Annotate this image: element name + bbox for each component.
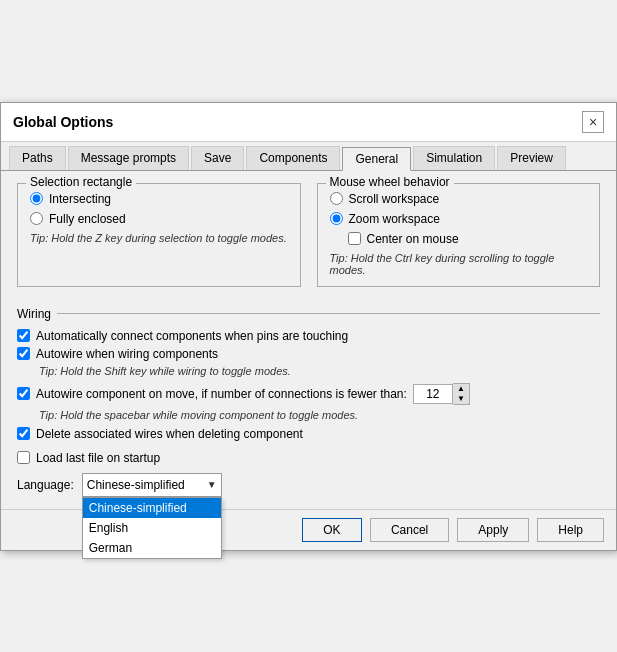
language-dropdown-container: Chinese-simplified ▼ Chinese-simplified … [82,473,222,497]
scroll-workspace-label: Scroll workspace [349,192,440,206]
dropdown-arrow-icon: ▼ [207,479,217,490]
tab-general[interactable]: General [342,147,411,171]
language-dropdown[interactable]: Chinese-simplified ▼ [82,473,222,497]
title-bar: Global Options × [1,103,616,142]
zoom-workspace-radio[interactable] [330,212,343,225]
scroll-workspace-option[interactable]: Scroll workspace [330,192,588,206]
tabs-bar: Paths Message prompts Save Components Ge… [1,142,616,171]
zoom-workspace-label: Zoom workspace [349,212,440,226]
intersecting-option[interactable]: Intersecting [30,192,288,206]
autowire-label: Autowire when wiring components [36,347,218,361]
autowire-move-label: Autowire component on move, if number of… [36,387,407,401]
dialog-title: Global Options [13,114,113,130]
close-button[interactable]: × [582,111,604,133]
center-on-mouse-checkbox[interactable] [348,232,361,245]
tab-save[interactable]: Save [191,146,244,170]
tab-simulation[interactable]: Simulation [413,146,495,170]
autowire-spinbox: 12 ▲ ▼ [413,383,470,405]
tab-message-prompts[interactable]: Message prompts [68,146,189,170]
autowire-value-input[interactable]: 12 [413,384,453,404]
mouse-wheel-label: Mouse wheel behavior [326,175,454,189]
autowire-move-checkbox[interactable] [17,387,30,400]
delete-wires-checkbox[interactable] [17,427,30,440]
language-option-german[interactable]: German [83,538,221,558]
load-last-file-checkbox[interactable] [17,451,30,464]
language-label: Language: [17,478,74,492]
spinbox-down-button[interactable]: ▼ [453,394,469,404]
mouse-wheel-tip: Tip: Hold the Ctrl key during scrolling … [330,252,588,276]
fully-enclosed-radio[interactable] [30,212,43,225]
selection-rectangle-label: Selection rectangle [26,175,136,189]
top-row: Selection rectangle Intersecting Fully e… [17,183,600,299]
center-on-mouse-label: Center on mouse [367,232,459,246]
intersecting-label: Intersecting [49,192,111,206]
language-option-english[interactable]: English [83,518,221,538]
zoom-workspace-option[interactable]: Zoom workspace [330,212,588,226]
autowire-tip: Tip: Hold the Shift key while wiring to … [39,365,600,377]
selection-tip: Tip: Hold the Z key during selection to … [30,232,288,244]
auto-connect-checkbox[interactable] [17,329,30,342]
mouse-wheel-group: Mouse wheel behavior Scroll workspace Zo… [317,183,601,287]
apply-button[interactable]: Apply [457,518,529,542]
delete-wires-option[interactable]: Delete associated wires when deleting co… [17,427,600,441]
language-option-chinese[interactable]: Chinese-simplified [83,498,221,518]
fully-enclosed-option[interactable]: Fully enclosed [30,212,288,226]
language-selected-value: Chinese-simplified [87,478,185,492]
center-on-mouse-option[interactable]: Center on mouse [348,232,588,246]
spinbox-buttons: ▲ ▼ [453,383,470,405]
autowire-move-tip: Tip: Hold the spacebar while moving comp… [39,409,600,421]
load-last-file-label: Load last file on startup [36,451,160,465]
help-button[interactable]: Help [537,518,604,542]
ok-button[interactable]: OK [302,518,362,542]
autowire-move-row: Autowire component on move, if number of… [17,383,600,405]
tab-preview[interactable]: Preview [497,146,566,170]
autowire-checkbox[interactable] [17,347,30,360]
selection-rectangle-group: Selection rectangle Intersecting Fully e… [17,183,301,287]
extra-section: Load last file on startup [17,451,600,465]
load-last-file-option[interactable]: Load last file on startup [17,451,600,465]
fully-enclosed-label: Fully enclosed [49,212,126,226]
language-row: Language: Chinese-simplified ▼ Chinese-s… [17,473,600,497]
cancel-button[interactable]: Cancel [370,518,449,542]
scroll-workspace-radio[interactable] [330,192,343,205]
spinbox-up-button[interactable]: ▲ [453,384,469,394]
tab-paths[interactable]: Paths [9,146,66,170]
tab-components[interactable]: Components [246,146,340,170]
intersecting-radio[interactable] [30,192,43,205]
wiring-label: Wiring [17,307,600,321]
dialog: Global Options × Paths Message prompts S… [0,102,617,551]
autowire-option[interactable]: Autowire when wiring components [17,347,600,361]
auto-connect-option[interactable]: Automatically connect components when pi… [17,329,600,343]
delete-wires-label: Delete associated wires when deleting co… [36,427,303,441]
wiring-section: Wiring Automatically connect components … [17,307,600,441]
auto-connect-label: Automatically connect components when pi… [36,329,348,343]
language-dropdown-list: Chinese-simplified English German [82,497,222,559]
content-area: Selection rectangle Intersecting Fully e… [1,171,616,509]
